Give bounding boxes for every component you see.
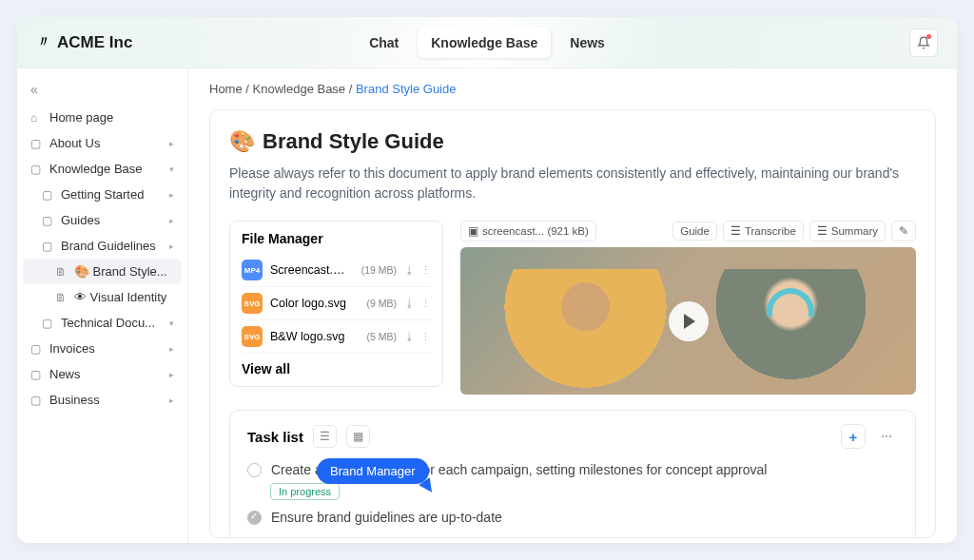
person-illustration: [689, 269, 894, 395]
role-tooltip: Brand Manager: [317, 458, 429, 484]
app-header: 〃 ACME Inc Chat Knowledge Base News: [17, 17, 957, 68]
more-icon[interactable]: ⋮: [420, 298, 431, 310]
page-description: Please always refer to this document to …: [229, 164, 916, 203]
crumb-current: Brand Style Guide: [356, 82, 457, 96]
chevron-right-icon: ▸: [169, 190, 174, 200]
file-size: (5 MB): [367, 331, 398, 342]
chevron-right-icon: ▸: [169, 216, 174, 225]
sidebar-label: Home page: [49, 110, 113, 125]
page-title-text: Brand Style Guide: [263, 129, 444, 154]
person-illustration: [483, 269, 689, 395]
transcribe-label: Transcribe: [745, 225, 796, 237]
nav-knowledge-base[interactable]: Knowledge Base: [418, 28, 551, 58]
task-more-icon[interactable]: ⋯: [875, 426, 898, 447]
file-name: Screencast.mp4: [270, 263, 354, 277]
task-checkbox-done[interactable]: [247, 511, 262, 525]
summary-icon: ☰: [817, 224, 828, 238]
nav-chat[interactable]: Chat: [356, 28, 412, 58]
file-name: Color logo.svg: [270, 297, 360, 310]
folder-icon: ▢: [42, 188, 55, 202]
download-icon[interactable]: ⭳: [404, 298, 415, 310]
sidebar-label: About Us: [49, 136, 100, 150]
brand-logo: 〃 ACME Inc: [36, 32, 132, 52]
main-content: Home / Knowledge Base / Brand Style Guid…: [188, 68, 957, 543]
view-all-link[interactable]: View all: [242, 361, 431, 377]
document-icon: 🗎: [55, 291, 68, 304]
download-icon[interactable]: ⭳: [404, 331, 415, 343]
video-file-label: screencast... (921 kB): [482, 225, 589, 237]
sidebar-label: Business: [49, 393, 100, 407]
sidebar-label: 🎨 Brand Style...: [74, 264, 167, 279]
mp4-icon: MP4: [242, 260, 263, 280]
download-icon[interactable]: ⭳: [404, 264, 415, 277]
sidebar-item-technical[interactable]: ▢Technical Docu...▾: [23, 310, 182, 336]
chevron-right-icon: ▸: [169, 139, 174, 148]
more-icon[interactable]: ⋮: [420, 264, 431, 277]
sidebar-label: Technical Docu...: [61, 316, 155, 330]
sidebar-item-news[interactable]: ▢News▸: [23, 361, 182, 387]
add-task-button[interactable]: +: [841, 424, 866, 449]
sidebar-label: Invoices: [49, 341, 95, 356]
sidebar-label: News: [49, 367, 81, 381]
sidebar: « ⌂Home page ▢About Us▸ ▢Knowledge Base▾…: [17, 68, 188, 543]
video-panel: ▣screencast... (921 kB) Guide ☰Transcrib…: [460, 221, 916, 395]
folder-icon: ▢: [30, 137, 44, 150]
svg-icon: SVG: [242, 326, 263, 347]
video-file-chip[interactable]: ▣screencast... (921 kB): [460, 221, 596, 241]
sidebar-item-business[interactable]: ▢Business▸: [23, 387, 182, 413]
chevron-down-icon: ▾: [169, 164, 174, 174]
crumb-home[interactable]: Home: [209, 82, 243, 96]
sidebar-item-brand-guidelines[interactable]: ▢Brand Guidelines▸: [23, 233, 182, 259]
sidebar-label: Brand Guidelines: [61, 239, 156, 253]
transcribe-icon: ☰: [730, 224, 741, 238]
chevron-right-icon: ▸: [169, 370, 174, 379]
sidebar-item-invoices[interactable]: ▢Invoices▸: [23, 336, 182, 361]
chevron-right-icon: ▸: [169, 396, 174, 405]
transcribe-button[interactable]: ☰Transcribe: [723, 221, 804, 241]
guide-button[interactable]: Guide: [672, 222, 717, 241]
sidebar-item-about[interactable]: ▢About Us▸: [23, 130, 182, 156]
svg-icon: SVG: [242, 293, 263, 314]
file-manager: File Manager MP4 Screencast.mp4 (19 MB) …: [229, 221, 443, 387]
top-nav: Chat Knowledge Base News: [356, 28, 618, 58]
pencil-icon: ✎: [899, 224, 908, 238]
folder-icon: ▢: [30, 368, 44, 381]
brand-name: ACME Inc: [57, 33, 132, 52]
bell-icon: [917, 36, 930, 49]
document-icon: 🗎: [55, 265, 68, 279]
task-label: Ensure brand guidelines are up-to-date: [271, 510, 502, 525]
collapse-sidebar-button[interactable]: «: [23, 78, 182, 105]
file-row[interactable]: SVG B&W logo.svg (5 MB) ⭳⋮: [242, 320, 431, 354]
media-icon: ▣: [468, 224, 478, 238]
home-icon: ⌂: [30, 111, 44, 125]
sidebar-item-home[interactable]: ⌂Home page: [23, 105, 182, 130]
task-item[interactable]: Ensure brand guidelines are up-to-date: [247, 506, 898, 529]
summary-button[interactable]: ☰Summary: [809, 221, 886, 241]
crumb-kb[interactable]: Knowledge Base: [253, 82, 346, 96]
calendar-view-icon[interactable]: ▦: [346, 425, 370, 448]
file-row[interactable]: MP4 Screencast.mp4 (19 MB) ⭳⋮: [242, 254, 431, 287]
video-thumbnail[interactable]: [460, 247, 916, 395]
sidebar-item-visual-identity[interactable]: 🗎👁 Visual Identity: [23, 284, 182, 310]
more-icon[interactable]: ⋮: [420, 331, 431, 343]
sidebar-item-guides[interactable]: ▢Guides▸: [23, 207, 182, 233]
folder-icon: ▢: [42, 240, 55, 253]
sidebar-item-kb[interactable]: ▢Knowledge Base▾: [23, 156, 182, 182]
task-checkbox[interactable]: [247, 463, 262, 477]
nav-news[interactable]: News: [556, 28, 618, 58]
sidebar-item-brand-style[interactable]: 🗎🎨 Brand Style...: [23, 259, 182, 284]
sidebar-label: Getting Started: [61, 187, 144, 202]
notifications-button[interactable]: [909, 29, 938, 57]
task-status-badge: In progress: [270, 483, 340, 500]
edit-button[interactable]: ✎: [891, 221, 916, 241]
sidebar-label: 👁 Visual Identity: [74, 290, 166, 304]
chevron-right-icon: ▸: [169, 241, 174, 251]
sidebar-item-getting-started[interactable]: ▢Getting Started▸: [23, 182, 182, 207]
file-row[interactable]: SVG Color logo.svg (9 MB) ⭳⋮: [242, 287, 431, 320]
breadcrumb: Home / Knowledge Base / Brand Style Guid…: [209, 82, 936, 96]
folder-icon: ▢: [42, 317, 55, 330]
logo-icon: 〃: [36, 32, 51, 52]
list-view-icon[interactable]: ☰: [313, 425, 337, 448]
page-emoji: 🎨: [229, 129, 255, 154]
chevron-right-icon: ▸: [169, 344, 174, 354]
